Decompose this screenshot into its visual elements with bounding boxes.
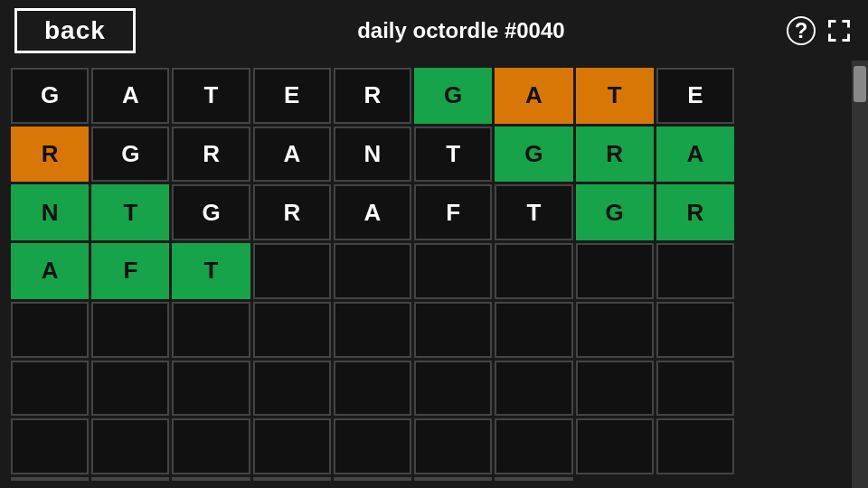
table-row <box>495 302 572 358</box>
table-row <box>495 418 572 474</box>
scrollbar-thumb <box>854 66 866 102</box>
table-row <box>253 418 331 474</box>
table-row <box>495 243 572 299</box>
table-row: T <box>91 184 169 240</box>
table-row <box>656 302 734 358</box>
table-row: G <box>576 184 654 240</box>
table-row <box>334 243 411 299</box>
table-row <box>414 477 492 481</box>
table-row <box>656 361 734 417</box>
table-row <box>495 477 572 481</box>
table-row: T <box>414 127 492 183</box>
table-row <box>11 361 89 417</box>
table-row <box>576 418 654 474</box>
table-row: T <box>172 243 250 299</box>
table-row <box>414 302 492 358</box>
table-row: E <box>253 68 331 124</box>
table-row <box>253 361 331 417</box>
table-row <box>172 302 250 358</box>
table-row: R <box>576 127 654 183</box>
table-row: R <box>172 127 250 183</box>
table-row <box>414 361 492 417</box>
header: back daily octordle #0040 ? <box>0 0 868 61</box>
table-row: A <box>11 243 89 299</box>
table-row: R <box>334 68 411 124</box>
table-row: N <box>11 184 89 240</box>
help-icon[interactable]: ? <box>787 16 816 45</box>
table-row <box>656 243 734 299</box>
table-row: G <box>11 68 89 124</box>
table-row: E <box>656 68 734 124</box>
header-icons: ? <box>787 16 854 45</box>
table-row: A <box>91 68 169 124</box>
table-row: T <box>576 68 654 124</box>
game-grid: GATERGATERGRANTGRANTGRAFTGRAFT <box>11 68 734 481</box>
expand-icon[interactable] <box>825 16 854 45</box>
table-row: F <box>414 184 492 240</box>
table-row <box>334 477 411 481</box>
page-title: daily octordle #0040 <box>154 18 769 43</box>
table-row: A <box>495 68 572 124</box>
table-row <box>334 418 411 474</box>
table-row <box>172 418 250 474</box>
main-area: GATERGATERGRANTGRANTGRAFTGRAFT <box>0 61 868 488</box>
table-row: T <box>495 184 572 240</box>
table-row <box>414 418 492 474</box>
table-row <box>656 418 734 474</box>
table-row <box>253 243 331 299</box>
table-row <box>172 477 250 481</box>
table-row <box>11 477 89 481</box>
table-row <box>11 302 89 358</box>
table-row <box>253 302 331 358</box>
scrollbar[interactable] <box>852 61 868 488</box>
table-row: R <box>253 184 331 240</box>
table-row: R <box>11 127 89 183</box>
table-row: A <box>253 127 331 183</box>
table-row: A <box>656 127 734 183</box>
table-row <box>576 361 654 417</box>
table-row <box>576 302 654 358</box>
table-row <box>334 361 411 417</box>
table-row: G <box>495 127 572 183</box>
table-row <box>91 361 169 417</box>
table-row: R <box>656 184 734 240</box>
table-row <box>91 418 169 474</box>
table-row <box>253 477 331 481</box>
table-row <box>172 361 250 417</box>
table-row <box>91 477 169 481</box>
table-row <box>576 243 654 299</box>
grid-container: GATERGATERGRANTGRANTGRAFTGRAFT <box>0 61 852 488</box>
table-row: A <box>334 184 411 240</box>
table-row <box>11 418 89 474</box>
table-row: T <box>172 68 250 124</box>
table-row: G <box>91 127 169 183</box>
table-row: N <box>334 127 411 183</box>
back-button[interactable]: back <box>14 8 136 53</box>
table-row <box>495 361 572 417</box>
table-row <box>334 302 411 358</box>
table-row: F <box>91 243 169 299</box>
table-row <box>414 243 492 299</box>
table-row: G <box>414 68 492 124</box>
table-row: G <box>172 184 250 240</box>
table-row <box>91 302 169 358</box>
